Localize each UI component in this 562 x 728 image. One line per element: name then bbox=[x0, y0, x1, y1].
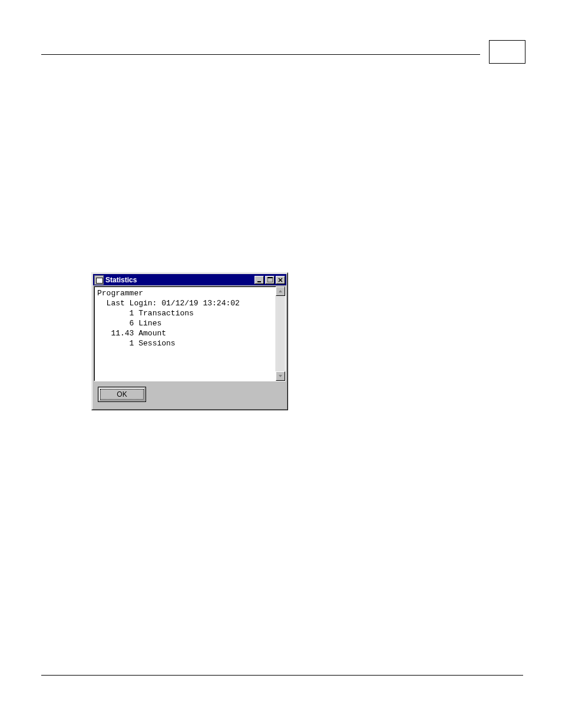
scroll-down-button[interactable] bbox=[276, 371, 285, 381]
user-line: Programmer bbox=[97, 289, 143, 298]
svg-marker-5 bbox=[279, 290, 282, 292]
scroll-up-button[interactable] bbox=[276, 286, 285, 296]
vertical-scrollbar[interactable] bbox=[276, 286, 285, 381]
page-number-box bbox=[489, 40, 525, 64]
stat-value: 1 bbox=[130, 309, 134, 318]
minimize-button[interactable] bbox=[254, 276, 264, 284]
header-rule bbox=[41, 54, 480, 55]
stat-label: Transactions bbox=[138, 309, 194, 318]
stat-label: Sessions bbox=[138, 339, 175, 348]
scroll-track[interactable] bbox=[276, 296, 285, 371]
stat-value: 1 bbox=[130, 339, 134, 348]
last-login-label: Last Login: bbox=[107, 299, 157, 308]
window-title: Statistics bbox=[105, 276, 254, 284]
stat-value: 6 bbox=[130, 319, 134, 328]
close-button[interactable] bbox=[276, 276, 285, 284]
last-login-value: 01/12/19 13:24:02 bbox=[161, 299, 240, 308]
footer-rule bbox=[41, 675, 523, 676]
app-icon bbox=[94, 275, 104, 285]
stat-label: Amount bbox=[138, 329, 166, 338]
statistics-window: Statistics Programmer Last Login: 01/12/… bbox=[91, 272, 288, 410]
ok-button[interactable]: OK bbox=[98, 387, 146, 402]
titlebar[interactable]: Statistics bbox=[93, 274, 286, 285]
svg-rect-2 bbox=[267, 277, 273, 278]
stat-value: 11.43 bbox=[111, 329, 134, 338]
maximize-button[interactable] bbox=[265, 276, 275, 284]
statistics-text: Programmer Last Login: 01/12/19 13:24:02… bbox=[94, 286, 276, 381]
svg-marker-6 bbox=[279, 375, 282, 377]
ok-button-label: OK bbox=[117, 390, 127, 398]
svg-rect-0 bbox=[257, 281, 261, 282]
stat-label: Lines bbox=[138, 319, 161, 328]
